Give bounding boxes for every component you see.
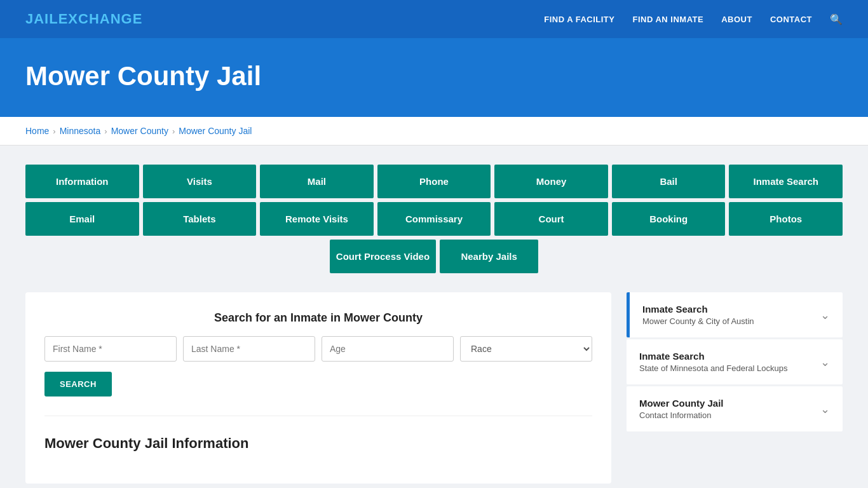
sidebar-card-1-text: Inmate Search Mower County & City of Aus… — [642, 304, 754, 326]
sidebar-card-3-text: Mower County Jail Contact Information — [639, 398, 724, 420]
tile-commissary[interactable]: Commissary — [377, 202, 491, 236]
logo-jail: JAIL — [25, 11, 58, 27]
tile-remote-visits[interactable]: Remote Visits — [260, 202, 374, 236]
breadcrumb-bar: Home › Minnesota › Mower County › Mower … — [0, 117, 868, 146]
sidebar-card-2-inner[interactable]: Inmate Search State of Minnesota and Fed… — [627, 339, 843, 384]
sidebar: Inmate Search Mower County & City of Aus… — [627, 292, 843, 433]
tile-visits[interactable]: Visits — [143, 165, 257, 198]
sidebar-card-1-label: Inmate Search — [642, 304, 754, 315]
main-content: Information Visits Mail Phone Money Bail… — [0, 146, 868, 488]
main-content-box: Search for an Inmate in Mower County Rac… — [25, 292, 611, 484]
tile-information[interactable]: Information — [25, 165, 139, 198]
breadcrumb-sep-3: › — [172, 126, 175, 136]
search-form-row: Race White Black Hispanic Asian Native A… — [44, 336, 592, 362]
search-button[interactable]: SEARCH — [44, 372, 112, 396]
nav-about[interactable]: ABOUT — [721, 15, 752, 24]
sidebar-card-3-inner[interactable]: Mower County Jail Contact Information ⌄ — [627, 386, 843, 431]
sidebar-card-3-label: Mower County Jail — [639, 398, 724, 409]
tile-tablets[interactable]: Tablets — [143, 202, 257, 236]
navigation-tiles: Information Visits Mail Phone Money Bail… — [25, 165, 843, 273]
sidebar-card-3-sublabel: Contact Information — [639, 410, 724, 420]
tile-nearby-jails[interactable]: Nearby Jails — [440, 240, 538, 273]
search-form-title: Search for an Inmate in Mower County — [44, 311, 592, 325]
sidebar-card-2: Inmate Search State of Minnesota and Fed… — [627, 339, 843, 384]
site-header: JAILEXCHANGE FIND A FACILITY FIND AN INM… — [0, 0, 868, 38]
tile-mail[interactable]: Mail — [260, 165, 374, 198]
site-logo[interactable]: JAILEXCHANGE — [25, 11, 142, 27]
breadcrumb-current: Mower County Jail — [179, 126, 252, 136]
chevron-down-icon-1: ⌄ — [820, 308, 830, 322]
header-search-button[interactable]: 🔍 — [830, 13, 843, 25]
sidebar-card-2-label: Inmate Search — [639, 351, 787, 362]
content-sidebar-layout: Search for an Inmate in Mower County Rac… — [25, 292, 843, 484]
page-title: Mower County Jail — [25, 61, 843, 92]
tile-phone[interactable]: Phone — [377, 165, 491, 198]
nav-contact[interactable]: CONTACT — [770, 15, 812, 24]
tile-booking[interactable]: Booking — [612, 202, 726, 236]
tiles-row-2: Email Tablets Remote Visits Commissary C… — [25, 202, 843, 236]
sidebar-card-2-sublabel: State of Minnesota and Federal Lockups — [639, 363, 787, 373]
breadcrumb: Home › Minnesota › Mower County › Mower … — [25, 126, 843, 136]
last-name-input[interactable] — [183, 336, 315, 362]
tile-photos[interactable]: Photos — [729, 202, 843, 236]
chevron-down-icon-2: ⌄ — [820, 355, 830, 369]
sidebar-card-3: Mower County Jail Contact Information ⌄ — [627, 386, 843, 431]
tiles-row-3: Court Process Video Nearby Jails — [25, 240, 843, 273]
sidebar-card-1-inner[interactable]: Inmate Search Mower County & City of Aus… — [630, 292, 843, 337]
nav-find-inmate[interactable]: FIND AN INMATE — [632, 15, 703, 24]
tile-money[interactable]: Money — [494, 165, 608, 198]
tile-court[interactable]: Court — [494, 202, 608, 236]
race-select[interactable]: Race White Black Hispanic Asian Native A… — [460, 336, 592, 362]
sidebar-card-1-sublabel: Mower County & City of Austin — [642, 316, 754, 326]
tile-bail[interactable]: Bail — [612, 165, 726, 198]
breadcrumb-mower-county[interactable]: Mower County — [111, 126, 168, 136]
tile-inmate-search[interactable]: Inmate Search — [729, 165, 843, 198]
sidebar-card-1: Inmate Search Mower County & City of Aus… — [627, 292, 843, 337]
tile-email[interactable]: Email — [25, 202, 139, 236]
tiles-row-1: Information Visits Mail Phone Money Bail… — [25, 165, 843, 198]
breadcrumb-sep-1: › — [53, 126, 55, 136]
breadcrumb-minnesota[interactable]: Minnesota — [60, 126, 101, 136]
logo-exchange: EXCHANGE — [58, 11, 143, 27]
age-input[interactable] — [322, 336, 454, 362]
sidebar-card-2-text: Inmate Search State of Minnesota and Fed… — [639, 351, 787, 373]
breadcrumb-home[interactable]: Home — [25, 126, 49, 136]
chevron-down-icon-3: ⌄ — [820, 402, 830, 416]
main-nav: FIND A FACILITY FIND AN INMATE ABOUT CON… — [544, 13, 843, 25]
tile-court-process-video[interactable]: Court Process Video — [330, 240, 436, 273]
nav-find-facility[interactable]: FIND A FACILITY — [544, 15, 614, 24]
jail-info-title: Mower County Jail Information — [44, 429, 592, 452]
hero-section: Mower County Jail — [0, 38, 868, 117]
first-name-input[interactable] — [44, 336, 177, 362]
breadcrumb-sep-2: › — [104, 126, 107, 136]
